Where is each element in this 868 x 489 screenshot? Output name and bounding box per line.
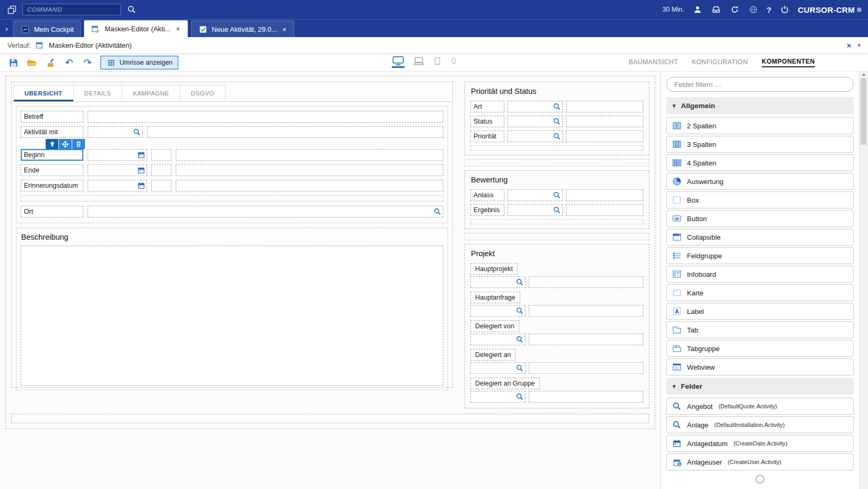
redo-icon[interactable]: ↷ [82,57,93,68]
nav-konfiguration[interactable]: KONFIGURATION [692,58,748,67]
close-icon[interactable]: × [281,25,288,33]
field-filler-beginn[interactable] [176,149,443,161]
field-label-status[interactable]: Status [470,116,504,127]
field-input-anlass[interactable] [566,189,643,201]
save-button[interactable] [7,57,19,68]
field-label-art[interactable]: Art [470,101,504,112]
nav-komponenten[interactable]: KOMPONENTEN [762,58,815,67]
empty-drop-strip[interactable] [465,233,649,240]
group-projekt[interactable]: Projekt Hauptprojekt Hauptanfrage [465,244,649,408]
user-icon[interactable] [692,4,703,15]
field-label-ergebnis[interactable]: Ergebnis [470,204,504,216]
move-button[interactable] [59,139,72,149]
field-date-erinnerungsdatum[interactable] [88,180,147,191]
undo-icon[interactable]: ↶ [63,57,75,68]
form-tab-details[interactable]: DETAILS [73,85,123,101]
field-filler-erinnerungsdatum[interactable] [176,180,443,191]
component-box[interactable]: Box [666,191,854,208]
field-label-hauptprojekt[interactable]: Hauptprojekt [470,263,518,275]
empty-drop-strip[interactable] [11,414,649,423]
field-label-delegiert-an-gruppe[interactable]: Delegiert an Gruppe [470,378,540,389]
component-auswertung[interactable]: Auswertung [666,173,854,190]
field-label-aktivitaet-mit[interactable]: Aktivität mit [21,126,83,138]
search-icon[interactable] [126,4,137,15]
field-input-art[interactable] [566,101,643,112]
field-label-prioritaet[interactable]: Priorität [470,130,504,142]
field-label-anlass[interactable]: Anlass [470,189,504,201]
field-input-hauptanfrage[interactable] [529,305,643,317]
field-date-ende[interactable] [88,164,147,176]
field-lookup-art[interactable] [508,101,563,112]
component-feldgruppe[interactable]: Feldgruppe [666,247,854,264]
field-component-angebot[interactable]: Angebot (DefaultQuote.Activity) [666,398,854,415]
field-component-anlage[interactable]: Anlage (DefaultInstallation.Activity) [666,416,854,433]
chevron-down-icon[interactable]: ▾ [857,42,861,49]
empty-drop-strip[interactable] [470,145,643,151]
tab-mein-cockpit[interactable]: Mein Cockpit [13,21,81,37]
refresh-icon[interactable] [729,4,740,15]
field-input-delegiert-an[interactable] [529,362,643,374]
form-tabgroup[interactable]: UBERSICHT DETAILS KAMPAGNE DSGVO Betreff [11,82,453,388]
field-label-beginn-selected[interactable]: Beginn [21,149,83,161]
field-lookup-ergebnis[interactable] [508,204,563,216]
form-tab-kampagne[interactable]: KAMPAGNE [122,85,180,101]
field-input-betreff[interactable] [88,111,443,123]
section-allgemein[interactable]: ▾ Allgemein [666,97,854,114]
field-input-aktivitaet-mit[interactable] [147,126,443,138]
beschreibung-group[interactable]: Beschreibung [16,228,448,390]
nav-baumansicht[interactable]: BAUMANSICHT [629,58,678,67]
component-webview[interactable]: Webview [666,359,854,376]
section-felder[interactable]: ▾ Felder [666,378,854,395]
field-label-delegiert-von[interactable]: Delegiert von [470,320,519,332]
component-infoboard[interactable]: Infoboard [666,266,854,283]
component-tab[interactable]: Tab [666,321,854,338]
globe-icon[interactable] [748,4,759,15]
field-label-ende[interactable]: Ende [21,164,83,176]
scrollbar-thumb[interactable] [861,78,866,145]
field-input-ergebnis[interactable] [566,204,643,216]
field-label-ort[interactable]: Ort [21,206,83,217]
field-lookup-status[interactable] [508,116,563,127]
field-time-erinnerungsdatum[interactable] [151,180,171,191]
component-label[interactable]: A Label [666,303,854,320]
field-lookup-prioritaet[interactable] [508,130,563,142]
field-time-ende[interactable] [151,164,171,176]
editor-canvas[interactable]: UBERSICHT DETAILS KAMPAGNE DSGVO Betreff [0,72,660,489]
component-karte[interactable]: Karte [666,284,854,301]
field-lookup-hauptanfrage[interactable] [470,305,526,317]
field-input-hauptprojekt[interactable] [529,276,643,288]
field-input-prioritaet[interactable] [566,130,643,142]
filter-input[interactable] [666,77,854,92]
field-label-erinnerungsdatum[interactable]: Erinnerungsdatum [21,180,83,191]
command-input[interactable] [22,4,121,15]
clean-brush-button[interactable] [45,57,56,68]
field-input-delegiert-von[interactable] [529,334,643,345]
field-input-status[interactable] [566,116,643,127]
power-icon[interactable] [779,4,790,15]
beschreibung-textarea[interactable] [21,246,443,386]
root-layout-cell[interactable]: UBERSICHT DETAILS KAMPAGNE DSGVO Betreff [5,76,655,429]
field-date-beginn[interactable] [88,149,147,161]
laptop-icon[interactable] [413,56,425,68]
field-lookup-delegiert-von[interactable] [470,334,526,345]
group-prioritaet-status[interactable]: Priorität und Status Art Status [465,82,649,155]
field-time-beginn[interactable] [151,149,171,161]
inbox-icon[interactable] [711,4,721,15]
field-component-anlageuser[interactable]: Anlageuser (CreateUser.Activity) [666,453,854,470]
umrisse-toggle[interactable]: Umrisse anzeigen [100,56,178,69]
field-lookup-aktivitaet-mit[interactable] [88,126,143,138]
field-lookup-delegiert-an-gruppe[interactable] [470,391,526,403]
field-group-main[interactable]: Betreff Aktivität mit [16,106,448,223]
tabs-overflow-chevron-icon[interactable]: › [3,24,10,33]
field-lookup-ort[interactable] [88,206,443,217]
component-tabgruppe[interactable]: Tabgruppe [666,340,854,357]
sidebar-scrollbar[interactable]: ▲ [859,72,868,489]
phone-icon[interactable] [450,56,457,68]
move-up-button[interactable] [46,139,58,149]
field-lookup-anlass[interactable] [508,189,563,201]
windows-icon[interactable] [6,4,17,15]
monitor-icon[interactable] [392,56,405,68]
field-component-anlagedatum[interactable]: Anlagedatum (CreateDate.Activity) [666,435,854,452]
scroll-up-icon[interactable]: ▲ [860,72,868,77]
field-label-betreff[interactable]: Betreff [21,111,83,123]
